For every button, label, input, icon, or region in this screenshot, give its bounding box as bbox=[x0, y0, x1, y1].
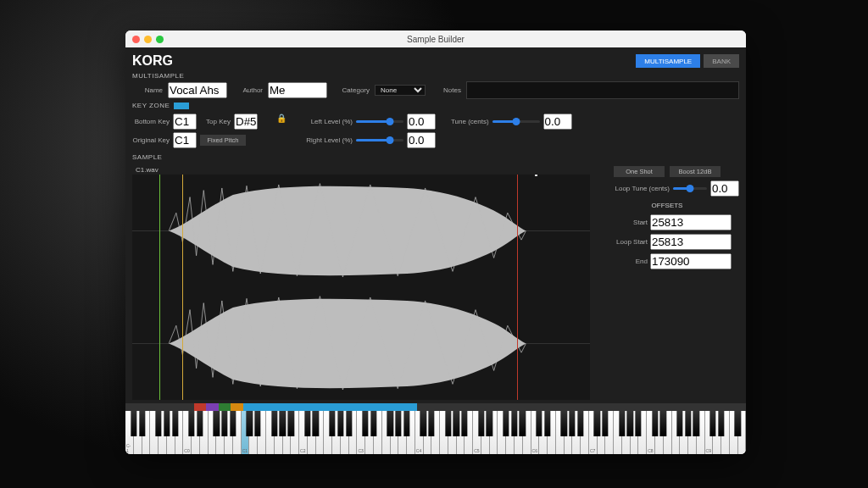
black-key[interactable] bbox=[718, 411, 724, 436]
black-key[interactable] bbox=[660, 411, 666, 436]
loop-start-label: Loop Start bbox=[616, 238, 648, 246]
waveform-display[interactable] bbox=[132, 175, 590, 400]
original-key-label: Original Key bbox=[132, 136, 170, 144]
black-key[interactable] bbox=[337, 411, 343, 436]
author-field[interactable] bbox=[268, 82, 327, 98]
top-key-label: Top Key bbox=[200, 118, 231, 125]
key-label: C7 bbox=[590, 448, 595, 453]
category-select[interactable]: None bbox=[375, 85, 426, 96]
black-key[interactable] bbox=[304, 411, 310, 436]
right-level-slider[interactable] bbox=[356, 139, 403, 141]
original-key-field[interactable] bbox=[173, 132, 197, 148]
black-key[interactable] bbox=[561, 411, 567, 436]
black-key[interactable] bbox=[428, 411, 434, 436]
black-key[interactable] bbox=[329, 411, 335, 436]
start-marker[interactable] bbox=[159, 175, 160, 400]
left-level-label: Left Level (%) bbox=[305, 118, 353, 125]
black-key[interactable] bbox=[247, 411, 253, 436]
black-key[interactable] bbox=[403, 411, 409, 436]
app-body: KORG MULTISAMPLE BANK MULTISAMPLE Name A… bbox=[125, 47, 746, 454]
black-key[interactable] bbox=[569, 411, 575, 436]
black-key[interactable] bbox=[627, 411, 633, 436]
left-level-slider[interactable] bbox=[356, 120, 403, 123]
black-key[interactable] bbox=[197, 411, 203, 436]
loop-tune-slider[interactable] bbox=[673, 187, 707, 190]
left-level-field[interactable] bbox=[407, 114, 436, 130]
black-key[interactable] bbox=[188, 411, 194, 436]
black-key[interactable] bbox=[594, 411, 600, 436]
black-key[interactable] bbox=[271, 411, 277, 436]
black-key[interactable] bbox=[619, 411, 625, 436]
black-key[interactable] bbox=[676, 411, 682, 436]
boost-button[interactable]: Boost 12dB bbox=[670, 166, 721, 177]
black-key[interactable] bbox=[544, 411, 550, 436]
black-key[interactable] bbox=[478, 411, 484, 436]
loop-start-marker[interactable] bbox=[182, 175, 183, 400]
top-key-field[interactable] bbox=[234, 114, 258, 130]
black-key[interactable] bbox=[511, 411, 517, 436]
black-key[interactable] bbox=[520, 411, 526, 436]
black-key[interactable] bbox=[131, 411, 136, 436]
black-key[interactable] bbox=[214, 411, 220, 436]
tab-multisample[interactable]: MULTISAMPLE bbox=[636, 54, 700, 68]
lock-icon[interactable]: 🔒 bbox=[273, 114, 290, 123]
one-shot-button[interactable]: One Shot bbox=[614, 166, 665, 177]
offsets-heading: OFFSETS bbox=[595, 200, 739, 211]
black-key[interactable] bbox=[395, 411, 401, 436]
keyzone-color-icon[interactable] bbox=[174, 103, 189, 109]
key-label: C8 bbox=[648, 448, 653, 453]
right-level-label: Right Level (%) bbox=[305, 136, 353, 144]
key-label: C6 bbox=[532, 448, 537, 453]
right-level-field[interactable] bbox=[407, 132, 436, 148]
black-key[interactable] bbox=[288, 411, 294, 436]
black-key[interactable] bbox=[221, 411, 227, 436]
black-key[interactable] bbox=[362, 411, 368, 436]
category-label: Category bbox=[332, 86, 370, 94]
black-key[interactable] bbox=[693, 411, 699, 436]
tab-bank[interactable]: BANK bbox=[704, 54, 739, 68]
black-key[interactable] bbox=[255, 411, 261, 436]
black-key[interactable] bbox=[487, 411, 492, 436]
black-key[interactable] bbox=[370, 411, 376, 436]
piano-keyboard[interactable]: C-1C0C1C2C3C4C5C6C7C8C9 bbox=[125, 411, 746, 454]
bottom-key-field[interactable] bbox=[173, 114, 197, 130]
black-key[interactable] bbox=[709, 411, 715, 436]
black-key[interactable] bbox=[387, 411, 393, 436]
black-key[interactable] bbox=[735, 411, 741, 436]
black-key[interactable] bbox=[420, 411, 426, 436]
black-key[interactable] bbox=[652, 411, 658, 436]
zone-strip[interactable] bbox=[125, 403, 746, 411]
black-key[interactable] bbox=[346, 411, 352, 436]
black-key[interactable] bbox=[164, 411, 170, 436]
black-key[interactable] bbox=[602, 411, 608, 436]
black-key[interactable] bbox=[635, 411, 641, 436]
notes-field[interactable] bbox=[466, 81, 739, 99]
black-key[interactable] bbox=[280, 411, 286, 436]
black-key[interactable] bbox=[685, 411, 691, 436]
black-key[interactable] bbox=[172, 411, 178, 436]
key-label: C2 bbox=[300, 448, 305, 453]
window-title: Sample Builder bbox=[125, 35, 746, 44]
end-marker[interactable] bbox=[517, 175, 518, 400]
black-key[interactable] bbox=[503, 411, 509, 436]
tune-slider[interactable] bbox=[492, 120, 540, 123]
black-key[interactable] bbox=[453, 411, 459, 436]
playhead-icon[interactable] bbox=[535, 175, 537, 176]
black-key[interactable] bbox=[536, 411, 542, 436]
black-key[interactable] bbox=[230, 411, 236, 436]
tune-field[interactable] bbox=[543, 114, 572, 130]
loop-tune-field[interactable] bbox=[710, 180, 739, 197]
black-key[interactable] bbox=[155, 411, 161, 436]
loop-start-field[interactable] bbox=[650, 234, 732, 250]
black-key[interactable] bbox=[313, 411, 319, 436]
black-key[interactable] bbox=[577, 411, 583, 436]
logo: KORG bbox=[132, 53, 173, 69]
name-field[interactable] bbox=[168, 82, 227, 98]
start-field[interactable] bbox=[650, 214, 732, 230]
end-field[interactable] bbox=[650, 253, 732, 269]
black-key[interactable] bbox=[445, 411, 451, 436]
fixed-pitch-button[interactable]: Fixed Pitch bbox=[200, 135, 246, 146]
black-key[interactable] bbox=[139, 411, 145, 436]
black-key[interactable] bbox=[462, 411, 468, 436]
key-label: C9 bbox=[706, 448, 711, 453]
